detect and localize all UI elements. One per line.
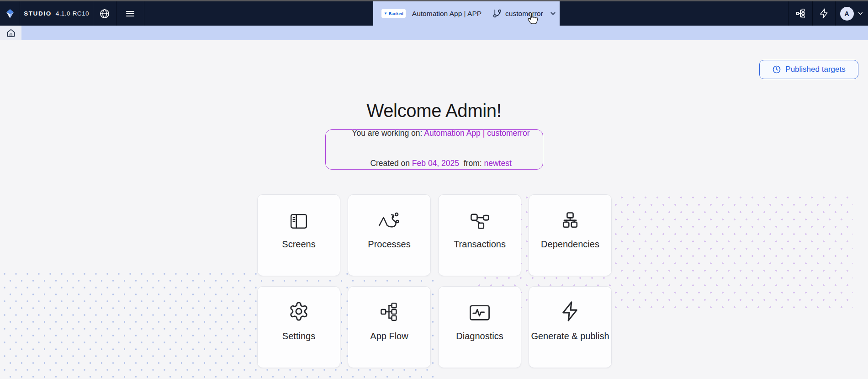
card-label: Dependencies xyxy=(541,239,599,250)
chevron-down-icon xyxy=(857,10,864,17)
brand-block: STUDIO 4.1.0-RC10 xyxy=(20,1,93,26)
avatar[interactable]: A xyxy=(840,7,854,21)
card-settings[interactable]: Settings xyxy=(257,286,340,368)
clock-icon xyxy=(772,65,781,74)
diamond-logo-icon xyxy=(5,8,16,19)
quick-publish-button[interactable] xyxy=(812,1,835,26)
card-diagnostics[interactable]: Diagnostics xyxy=(438,286,521,368)
home-icon xyxy=(6,28,16,37)
published-targets-label: Published targets xyxy=(785,65,845,74)
transactions-icon xyxy=(469,212,490,230)
dependencies-icon xyxy=(560,212,581,230)
published-targets-button[interactable]: Published targets xyxy=(759,60,858,79)
chevron-down-icon[interactable] xyxy=(549,10,557,17)
card-app-flow[interactable]: App Flow xyxy=(348,286,431,368)
card-label: Settings xyxy=(282,331,315,342)
working-on-panel: You are working on: Automation App | cus… xyxy=(325,129,543,170)
topbar-right-actions: A xyxy=(788,1,868,26)
hamburger-icon xyxy=(125,8,136,19)
working-on-value[interactable]: Automation App | customerror xyxy=(424,128,529,138)
generate-publish-icon xyxy=(560,301,581,322)
app-type-badge: ▼ Banked xyxy=(381,9,406,18)
git-branch-icon xyxy=(492,9,502,18)
app-flow-nav-button[interactable] xyxy=(788,1,812,26)
product-name: STUDIO xyxy=(24,10,52,17)
top-navigation-bar: STUDIO 4.1.0-RC10 ▼ Banked Automation Ap… xyxy=(0,1,868,26)
studio-logo[interactable] xyxy=(0,1,20,26)
card-label: Transactions xyxy=(454,239,506,250)
created-date[interactable]: Feb 04, 2025 xyxy=(412,159,459,168)
lightning-icon xyxy=(819,8,829,19)
globe-button[interactable] xyxy=(93,1,116,26)
feature-card-grid: Screens Processes Transactions xyxy=(257,194,612,368)
card-processes[interactable]: Processes xyxy=(348,194,431,276)
home-button[interactable] xyxy=(0,26,21,40)
card-screens[interactable]: Screens xyxy=(257,194,340,276)
globe-icon xyxy=(99,8,110,19)
card-generate-publish[interactable]: Generate & publish xyxy=(529,286,612,368)
breadcrumb-bar xyxy=(0,26,868,40)
main-menu-button[interactable] xyxy=(116,1,144,26)
app-name-label: Automation App | APP xyxy=(412,10,482,18)
working-on-prefix: You are working on: xyxy=(352,128,424,138)
card-label: Processes xyxy=(368,239,410,250)
welcome-heading: Welcome Admin! xyxy=(0,101,868,121)
badge-label: Banked xyxy=(389,11,403,16)
card-label: Generate & publish xyxy=(531,331,609,342)
active-app-tab[interactable]: ▼ Banked Automation App | APP customerro… xyxy=(373,1,560,26)
diagnostics-icon xyxy=(469,304,491,322)
card-dependencies[interactable]: Dependencies xyxy=(529,194,612,276)
branch-selector[interactable]: customerror xyxy=(492,9,557,18)
card-label: Screens xyxy=(282,239,315,250)
created-prefix: Created on xyxy=(370,159,412,168)
sitemap-icon xyxy=(795,8,806,19)
settings-icon xyxy=(288,301,309,322)
badge-logo-icon: ▼ xyxy=(384,12,387,16)
user-menu[interactable]: A xyxy=(835,1,868,26)
card-label: App Flow xyxy=(370,331,408,342)
processes-icon xyxy=(377,211,401,230)
working-on-line: You are working on: Automation App | cus… xyxy=(339,119,530,148)
app-flow-icon xyxy=(379,302,399,322)
branch-name-label: customerror xyxy=(505,10,543,18)
from-label: from: xyxy=(459,159,484,168)
from-value[interactable]: newtest xyxy=(484,159,511,168)
screens-icon xyxy=(290,213,308,230)
product-version: 4.1.0-RC10 xyxy=(56,10,89,17)
card-label: Diagnostics xyxy=(456,331,503,342)
home-content: Published targets Welcome Admin! You are… xyxy=(0,40,868,379)
card-transactions[interactable]: Transactions xyxy=(438,194,521,276)
created-line: Created on Feb 04, 2025 from: newtest xyxy=(357,149,512,178)
